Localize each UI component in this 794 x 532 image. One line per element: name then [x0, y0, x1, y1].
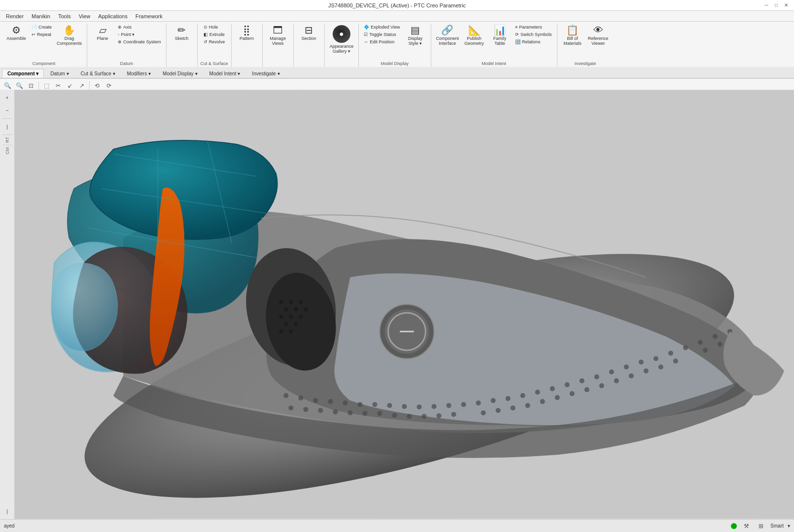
edit-position-button[interactable]: ↔ Edit Position: [362, 38, 402, 45]
menu-manikin[interactable]: Manikin: [28, 11, 54, 21]
axis-button[interactable]: ⊕ Axis: [116, 24, 163, 31]
appearance-gallery-button[interactable]: ● AppearanceGallery ▾: [328, 24, 356, 55]
tab-datum[interactable]: Datum ▾: [45, 69, 74, 78]
tab-model-intent[interactable]: Model Intent ▾: [204, 69, 246, 78]
left-sidebar: + − | RT CM |: [0, 90, 15, 519]
display-style-button[interactable]: ▤ DisplayStyle ▾: [403, 24, 428, 47]
revolve-button[interactable]: ↺ Revolve: [202, 38, 227, 45]
sidebar-collapse-button[interactable]: −: [1, 104, 13, 116]
drag-components-button[interactable]: ✋ DragComponents: [55, 24, 84, 47]
cutsurf-col: ⊙ Hole ◧ Extrude ↺ Revolve: [202, 24, 227, 45]
reference-viewer-button[interactable]: 👁 ReferenceViewer: [586, 24, 611, 47]
point-label: Point ▾: [121, 32, 135, 37]
sidebar-expand-button[interactable]: +: [1, 92, 13, 103]
family-table-button[interactable]: 📊 FamilyTable: [487, 24, 512, 47]
assemble-button[interactable]: ⚙ Assemble: [4, 24, 29, 42]
tab-component[interactable]: Component ▾: [2, 69, 44, 78]
appearance-icon: ●: [333, 25, 350, 43]
tab-model-display[interactable]: Model Display ▾: [157, 69, 203, 78]
exploded-view-button[interactable]: 💠 Exploded View: [362, 24, 402, 31]
repeat-button[interactable]: ↩ Repeat: [30, 31, 54, 38]
main-viewport[interactable]: [15, 90, 794, 519]
coordinate-system-button[interactable]: ⊗ Coordinate System: [116, 38, 163, 45]
extrude-button[interactable]: ◧ Extrude: [202, 31, 227, 38]
tab-cut-surface[interactable]: Cut & Surface ▾: [75, 69, 121, 78]
drag-label: DragComponents: [57, 36, 82, 46]
svg-point-25: [328, 399, 333, 404]
sketch-button[interactable]: ✏ Sketch: [170, 24, 194, 42]
manage-views-button[interactable]: 🗖 ManageViews: [266, 24, 290, 47]
toolbar-sep-2: [89, 81, 90, 90]
component-col: 📄 Create ↩ Repeat: [30, 24, 54, 38]
minimize-button[interactable]: ─: [762, 1, 770, 9]
status-icon-2[interactable]: ⊞: [756, 521, 766, 532]
relations-button[interactable]: 🔣 Relations: [513, 38, 554, 45]
svg-point-68: [614, 378, 619, 383]
svg-point-61: [594, 374, 599, 379]
sidebar-bottom-button[interactable]: |: [1, 505, 13, 517]
hole-button[interactable]: ⊙ Hole: [202, 24, 227, 31]
svg-point-49: [506, 396, 511, 401]
svg-point-29: [288, 405, 293, 410]
explodedview-label: Exploded View: [371, 25, 400, 30]
displaystyle-icon: ▤: [411, 25, 420, 35]
svg-point-13: [299, 315, 303, 319]
sketch-icon: ✏: [177, 25, 186, 35]
parameters-button[interactable]: ≡ Parameters: [513, 24, 554, 31]
status-dropdown[interactable]: ▾: [788, 523, 790, 529]
close-button[interactable]: ✕: [782, 1, 790, 9]
svg-point-26: [343, 400, 347, 405]
pattern-label: Pattern: [240, 36, 254, 41]
revolve-label: Revolve: [209, 39, 225, 44]
menu-view[interactable]: View: [75, 11, 95, 21]
publishgeometry-icon: 📐: [468, 25, 481, 35]
switch-symbols-button[interactable]: ⟳ Switch Symbols: [513, 31, 554, 38]
investigate-group-label: Investigate: [560, 60, 611, 67]
ribbon-group-sketch-items: ✏ Sketch: [170, 24, 194, 65]
sidebar-nav-button-1[interactable]: |: [1, 121, 13, 133]
ribbon-group-sketch: ✏ Sketch: [167, 24, 198, 67]
cutsurf-group-label: Cut & Surface: [201, 60, 228, 67]
component-interface-button[interactable]: 🔗 ComponentInterface: [434, 24, 461, 47]
menu-render[interactable]: Render: [2, 11, 28, 21]
svg-point-27: [357, 402, 362, 407]
menu-framework[interactable]: Framework: [132, 11, 167, 21]
model-view: [15, 90, 794, 519]
svg-point-72: [668, 351, 673, 356]
modelintent-col: ≡ Parameters ⟳ Switch Symbols 🔣 Relation…: [513, 24, 554, 45]
svg-point-42: [392, 413, 397, 418]
plane-icon: ▱: [99, 25, 106, 35]
maximize-button[interactable]: □: [772, 1, 780, 9]
svg-point-45: [437, 413, 442, 418]
create-button[interactable]: 📄 Create: [30, 24, 54, 31]
extrude-icon: ◧: [204, 32, 208, 37]
svg-point-6: [289, 300, 293, 304]
menu-tools[interactable]: Tools: [54, 11, 75, 21]
title-bar: JS748800_DEVICE_CPL (Active) - PTC Creo …: [0, 0, 794, 11]
sidebar-sep-2: [2, 134, 12, 135]
status-icon-1[interactable]: ⚒: [741, 521, 752, 532]
bill-of-materials-button[interactable]: 📋 Bill ofMaterials: [560, 24, 585, 47]
svg-point-34: [362, 411, 367, 416]
tab-modifiers[interactable]: Modifiers ▾: [122, 69, 156, 78]
displaystyle-label: DisplayStyle ▾: [408, 36, 423, 46]
toggle-status-button[interactable]: ☑ Toggle Status: [362, 31, 402, 38]
ribbon-group-section-items: ⊟ Section: [297, 24, 321, 65]
svg-point-44: [422, 414, 427, 419]
point-button[interactable]: ◦ Point ▾: [116, 31, 163, 38]
ribbon-group-modelintent-items: 🔗 ComponentInterface 📐 PublishGeometry 📊…: [434, 24, 554, 60]
editposition-icon: ↔: [364, 39, 368, 44]
svg-point-31: [318, 408, 323, 413]
tab-investigate[interactable]: Investigate ▾: [246, 69, 285, 78]
svg-point-16: [279, 330, 283, 333]
menu-applications[interactable]: Applications: [94, 11, 131, 21]
componentinterface-label: ComponentInterface: [436, 36, 459, 46]
publish-geometry-button[interactable]: 📐 PublishGeometry: [462, 24, 486, 47]
svg-point-62: [570, 391, 575, 396]
pattern-button[interactable]: ⣿ Pattern: [235, 24, 259, 42]
ribbon-tabs-bar: Component ▾ Datum ▾ Cut & Surface ▾ Modi…: [0, 67, 794, 78]
section-button[interactable]: ⊟ Section: [297, 24, 321, 42]
plane-button[interactable]: ▱ Plane: [90, 24, 115, 42]
ribbon: ⚙ Assemble 📄 Create ↩ Repeat ✋ DragCompo…: [0, 22, 794, 79]
ribbon-group-component-items: ⚙ Assemble 📄 Create ↩ Repeat ✋ DragCompo…: [4, 24, 84, 60]
